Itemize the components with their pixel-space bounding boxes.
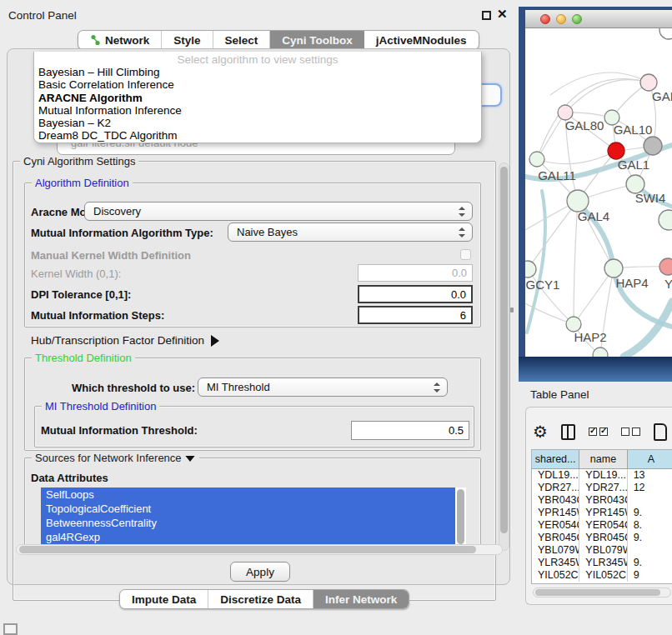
expanded-arrow-icon — [186, 456, 195, 462]
table-row[interactable]: YDR27...YDR27...12 — [532, 482, 672, 494]
hub-factor-section-label[interactable]: Hub/Transcription Factor Definition — [31, 334, 219, 347]
split-pane-icon[interactable] — [561, 424, 575, 440]
cyni-algorithm-settings-title: Cyni Algorithm Settings — [20, 155, 138, 168]
minimize-traffic-light-icon[interactable] — [556, 14, 566, 24]
network-edge — [565, 80, 649, 112]
mi-steps-field[interactable]: 6 — [358, 306, 473, 324]
panel-divider-grip[interactable] — [510, 308, 514, 312]
network-node-y[interactable] — [659, 258, 672, 275]
sources-title[interactable]: Sources for Network Inference — [32, 452, 199, 464]
data-attributes-list[interactable]: SelfLoopsTopologicalCoefficientBetweenne… — [41, 488, 466, 548]
network-node-gal[interactable] — [640, 74, 657, 91]
tab-style[interactable]: Style — [162, 31, 213, 49]
control-panel-tabs: NetworkStyleSelectCyni ToolboxjActiveMNo… — [78, 30, 479, 50]
checked-pair-icon[interactable] — [589, 428, 608, 436]
dropdown-item[interactable]: ARACNE Algorithm — [34, 92, 481, 104]
node-label: Y — [664, 277, 672, 291]
network-node[interactable] — [659, 210, 672, 230]
network-node[interactable] — [659, 28, 672, 39]
control-panel-title: Control Panel — [8, 9, 77, 22]
network-node-gcy1[interactable] — [525, 261, 536, 278]
sources-title-text: Sources for Network Inference — [35, 452, 182, 464]
attribute-list-item[interactable]: BetweennessCentrality — [41, 516, 455, 530]
mi-threshold-value: 0.5 — [449, 424, 464, 437]
zoom-traffic-light-icon[interactable] — [572, 14, 582, 24]
tab-infer-network[interactable]: Infer Network — [313, 590, 409, 608]
kernel-width-label: Kernel Width (0,1): — [31, 268, 121, 280]
gear-icon[interactable]: ⚙ — [533, 423, 548, 440]
network-canvas[interactable]: GALGAL80GAL10GAL1GAL11SWI4GAL4GCY1HAP4YH… — [525, 28, 672, 357]
collapsed-arrow-icon — [211, 335, 219, 347]
document-icon[interactable] — [654, 423, 667, 441]
settings-horizontal-scrollbar[interactable] — [16, 544, 503, 555]
dropdown-item[interactable]: Basic Correlation Inference — [34, 78, 481, 91]
network-edge — [574, 268, 614, 324]
attribute-list-item[interactable]: TopologicalCoefficient — [41, 502, 455, 516]
tab-jactivemnodules[interactable]: jActiveMNodules — [364, 31, 479, 49]
dropdown-item[interactable]: Dream8 DC_TDC Algorithm — [34, 129, 481, 142]
dropdown-item[interactable]: Mutual Information Inference — [34, 104, 481, 117]
table-row[interactable]: YIL052CYIL052C9 — [532, 569, 672, 582]
network-edge-thick — [624, 302, 672, 357]
table-panel-toolbar: ⚙ — [533, 418, 672, 446]
float-window-icon[interactable] — [482, 11, 491, 20]
network-node-hap4[interactable] — [604, 259, 623, 278]
algorithm-combo-focused-fragment[interactable] — [482, 83, 502, 107]
spinner-arrows-icon — [434, 382, 439, 392]
attribute-list-item[interactable]: gal4RGexp — [41, 530, 455, 544]
network-node[interactable] — [593, 348, 608, 357]
node-label: GAL80 — [565, 118, 604, 132]
node-label: GAL1 — [618, 158, 649, 172]
table-row[interactable]: YLR345WYLR345W9. — [532, 557, 672, 569]
control-panel-bottom-tabs: Impute DataDiscretize DataInfer Network — [119, 589, 409, 609]
mi-steps-value: 6 — [460, 309, 466, 322]
network-node-gal1[interactable] — [608, 142, 624, 159]
node-table[interactable]: shared...nameAYDL19...YDL19...13YDR27...… — [531, 449, 672, 584]
table-horizontal-scrollbar[interactable] — [533, 588, 671, 598]
table-row[interactable]: YBR043CYBR043C — [532, 494, 672, 507]
spinner-arrows-icon — [459, 207, 464, 217]
data-attributes-items: SelfLoopsTopologicalCoefficientBetweenne… — [41, 488, 466, 544]
column-header[interactable]: A — [628, 450, 672, 468]
network-window-titlebar[interactable] — [525, 10, 672, 28]
aracne-mode-combo[interactable]: Discovery — [84, 202, 473, 221]
settings-vertical-scrollbar[interactable] — [499, 162, 509, 551]
column-header[interactable]: name — [579, 450, 627, 468]
dropdown-item[interactable]: Bayesian – Hill Climbing — [34, 66, 481, 78]
tab-impute-data[interactable]: Impute Data — [120, 590, 208, 608]
table-row[interactable]: YDL19...YDL19...13 — [532, 469, 672, 482]
threshold-definition-title: Threshold Definition — [32, 352, 135, 364]
kernel-width-field[interactable]: 0.0 — [358, 264, 473, 282]
network-node[interactable] — [644, 137, 662, 155]
mi-algorithm-type-combo[interactable]: Naive Bayes — [228, 222, 473, 242]
close-icon[interactable]: ✕ — [497, 7, 508, 22]
tab-network[interactable]: Network — [78, 31, 162, 49]
tab-cyni-toolbox[interactable]: Cyni Toolbox — [270, 31, 364, 49]
network-edge — [528, 201, 578, 269]
list-scrollbar-thumb[interactable] — [457, 489, 464, 544]
table-row[interactable]: YBR045CYBR045C9. — [532, 532, 672, 544]
table-row[interactable]: YPR145WYPR145W9. — [532, 507, 672, 519]
manual-kernel-width-checkbox[interactable] — [460, 249, 471, 260]
mi-threshold-definition-title: MI Threshold Definition — [42, 400, 159, 412]
node-label: HAP4 — [615, 276, 648, 290]
table-panel-title: Table Panel — [530, 388, 589, 401]
unchecked-pair-icon[interactable] — [621, 428, 640, 436]
network-node-gal11[interactable] — [529, 152, 544, 167]
tab-discretize-data[interactable]: Discretize Data — [208, 590, 313, 608]
close-traffic-light-icon[interactable] — [540, 14, 550, 24]
minimized-panel-icon[interactable] — [3, 623, 18, 635]
column-header[interactable]: shared... — [532, 450, 579, 468]
which-threshold-combo[interactable]: MI Threshold — [198, 378, 448, 397]
which-threshold-label: Which threshold to use: — [72, 382, 195, 394]
apply-button[interactable]: Apply — [230, 562, 290, 582]
network-canvas-svg: GALGAL80GAL10GAL1GAL11SWI4GAL4GCY1HAP4YH… — [525, 28, 672, 357]
table-row[interactable]: YER054CYER054C8. — [532, 519, 672, 532]
dropdown-item[interactable]: Bayesian – K2 — [34, 117, 481, 129]
mi-threshold-field[interactable]: 0.5 — [351, 421, 469, 440]
dpi-tolerance-field[interactable]: 0.0 — [358, 285, 473, 303]
tab-select[interactable]: Select — [213, 31, 271, 49]
table-row[interactable]: YBL079WYBL079W — [532, 544, 672, 557]
network-view-window: GALGAL80GAL10GAL1GAL11SWI4GAL4GCY1HAP4YH… — [519, 7, 672, 382]
attribute-list-item[interactable]: SelfLoops — [41, 488, 455, 502]
